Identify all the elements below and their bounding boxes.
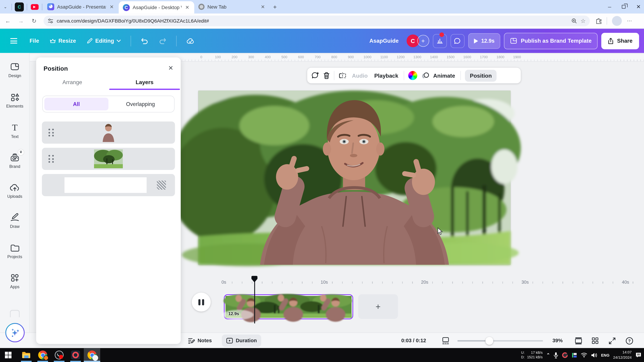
grid-view-button[interactable] xyxy=(592,333,599,348)
delete-button[interactable] xyxy=(323,72,330,79)
undo-button[interactable] xyxy=(137,34,152,47)
tab-new-tab[interactable]: New Tab ✕ xyxy=(194,0,270,13)
add-comment-button[interactable] xyxy=(311,72,319,79)
new-tab-button[interactable]: + xyxy=(273,3,277,10)
reload-button[interactable]: ↻ xyxy=(29,18,40,24)
total-duration: 12.9s xyxy=(481,38,494,44)
ruler-label: 1200 xyxy=(397,55,404,59)
app-tray-icon[interactable] xyxy=(572,352,577,358)
tab-close-icon[interactable]: ✕ xyxy=(109,4,114,9)
zoom-level[interactable]: 39% xyxy=(552,333,563,348)
microphone-icon[interactable] xyxy=(554,352,558,358)
drag-handle-icon[interactable] xyxy=(48,155,54,163)
pause-button[interactable] xyxy=(192,293,211,312)
language-indicator[interactable]: ENG xyxy=(601,353,609,357)
help-button[interactable]: ? xyxy=(626,333,633,348)
minimize-button[interactable]: ─ xyxy=(608,4,611,9)
zoom-slider[interactable] xyxy=(458,340,543,342)
pinned-tab-csharp[interactable]: C xyxy=(15,2,24,11)
animate-button[interactable]: Animate xyxy=(421,72,456,79)
sidebar-item-apps[interactable]: Apps xyxy=(0,273,30,289)
playback-button[interactable]: Playback xyxy=(373,72,400,78)
share-button[interactable]: Share xyxy=(602,33,639,49)
drag-handle-icon[interactable] xyxy=(48,129,54,137)
tab-presentation[interactable]: AsapGuide - Presentation ✕ xyxy=(43,0,119,13)
back-button[interactable]: ← xyxy=(2,18,13,24)
zoom-page-icon[interactable] xyxy=(572,18,577,24)
sidebar-item-draw[interactable]: Draw xyxy=(0,212,30,229)
cloud-check-icon xyxy=(186,37,194,44)
chrome-icon xyxy=(88,351,96,360)
start-button[interactable] xyxy=(0,348,16,362)
profile-avatar[interactable] xyxy=(612,16,622,26)
tray-expand-icon[interactable]: ⌃ xyxy=(546,352,550,358)
forward-button[interactable]: → xyxy=(16,18,26,24)
obs-studio-button[interactable] xyxy=(51,348,68,362)
window-controls: ─ ✕ xyxy=(608,0,641,13)
file-menu-button[interactable]: File xyxy=(26,34,44,47)
site-settings-icon[interactable] xyxy=(48,18,54,24)
play-button[interactable]: 12.9s xyxy=(468,33,500,49)
insights-button[interactable] xyxy=(433,34,447,48)
color-picker-button[interactable] xyxy=(408,71,417,80)
chrome-active-button[interactable] xyxy=(84,348,100,362)
volume-icon[interactable] xyxy=(591,352,597,358)
video-canvas[interactable] xyxy=(198,91,511,265)
panel-close-icon[interactable]: ✕ xyxy=(168,64,174,72)
filter-all[interactable]: All xyxy=(44,98,108,110)
file-explorer-button[interactable] xyxy=(18,348,34,362)
save-status-button[interactable] xyxy=(182,34,199,47)
main-menu-button[interactable] xyxy=(4,38,23,43)
invite-member-button[interactable]: + xyxy=(417,35,429,47)
resize-button[interactable]: Resize xyxy=(46,34,80,47)
tab-close-icon[interactable]: ✕ xyxy=(184,4,190,10)
position-button[interactable]: Position xyxy=(465,70,497,81)
close-button[interactable]: ✕ xyxy=(636,4,641,10)
toolbar-right: ⋮ xyxy=(596,16,632,26)
bookmark-star-icon[interactable]: ☆ xyxy=(580,18,586,24)
add-page-button[interactable]: + xyxy=(358,294,398,319)
notes-button[interactable]: Notes xyxy=(188,333,212,348)
sidebar-item-elements[interactable]: Elements xyxy=(0,92,30,108)
zoom-slider-knob[interactable] xyxy=(486,337,493,345)
sidebar-item-text[interactable]: T Text xyxy=(0,122,30,139)
extensions-icon[interactable] xyxy=(596,18,602,24)
layer-row-person[interactable] xyxy=(42,121,175,144)
layer-row-page[interactable] xyxy=(42,174,175,196)
clock[interactable]: 14:07 24/12/2024 xyxy=(613,350,632,360)
tab-search-icon[interactable]: ⌄ xyxy=(0,4,11,9)
tab-arrange[interactable]: Arrange xyxy=(36,79,108,90)
audio-button[interactable]: Audio xyxy=(351,72,369,78)
canva-assistant-button[interactable] xyxy=(6,323,25,342)
notification-center-icon[interactable] xyxy=(636,352,642,358)
redo-button[interactable] xyxy=(155,34,170,47)
sidebar-item-design[interactable]: Design xyxy=(0,61,30,78)
comments-button[interactable] xyxy=(450,34,464,48)
sidebar-item-projects[interactable]: Projects xyxy=(0,243,30,259)
design-title[interactable]: AsapGuide xyxy=(370,38,399,44)
restore-button[interactable] xyxy=(622,5,626,8)
pages-view-button[interactable] xyxy=(574,333,582,348)
recorder-tray-icon[interactable] xyxy=(562,352,568,358)
publish-brand-template-button[interactable]: Publish as Brand Template xyxy=(504,33,598,49)
wifi-icon[interactable] xyxy=(581,353,588,358)
layer-row-background[interactable] xyxy=(42,148,175,170)
ring-app-button[interactable] xyxy=(68,348,84,362)
tab-layers[interactable]: Layers xyxy=(108,79,181,90)
canva-topbar: File Resize Editing AsapGuide xyxy=(0,29,644,53)
tab-desktop-wallpaper[interactable]: C AsapGuide - Desktop Wallpape ✕ xyxy=(119,1,194,13)
fullscreen-button[interactable] xyxy=(609,333,616,348)
address-bar[interactable]: canva.com/design/DAGXFBBoiYg/0U8xD9Q6AHZ… xyxy=(44,15,590,26)
sidebar-item-brand[interactable]: ♛ Brand xyxy=(0,152,30,169)
editing-mode-button[interactable]: Editing xyxy=(82,34,125,47)
chrome-menu-icon[interactable]: ⋮ xyxy=(627,18,632,23)
timeline-view-toggle[interactable] xyxy=(442,333,450,348)
filter-overlapping[interactable]: Overlapping xyxy=(108,98,172,110)
tab-close-icon[interactable]: ✕ xyxy=(260,4,266,9)
video-clip[interactable]: 12.9s xyxy=(224,294,353,319)
chrome-profile1-button[interactable] xyxy=(34,348,51,362)
sidebar-item-uploads[interactable]: Uploads xyxy=(0,182,30,199)
flip-button[interactable] xyxy=(338,72,347,79)
pinned-tab-youtube[interactable] xyxy=(30,2,39,11)
duration-button[interactable]: Duration xyxy=(222,333,261,348)
